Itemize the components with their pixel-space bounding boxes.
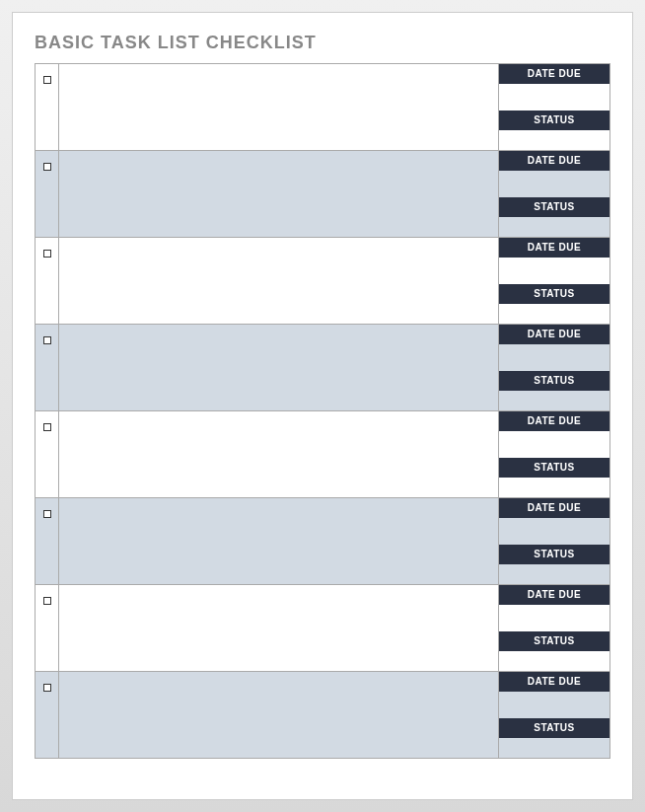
status-value[interactable] (499, 564, 609, 584)
date-due-value[interactable] (499, 344, 609, 364)
task-row: DATE DUESTATUS (36, 672, 609, 759)
checkbox-cell (36, 585, 59, 671)
task-checkbox[interactable] (43, 423, 51, 431)
meta-spacer (499, 104, 609, 111)
status-label: STATUS (499, 284, 609, 304)
task-description-cell[interactable] (59, 411, 499, 497)
checkbox-cell (36, 64, 59, 150)
task-row: DATE DUESTATUS (36, 411, 609, 498)
task-checkbox[interactable] (43, 597, 51, 605)
date-due-label: DATE DUE (499, 151, 609, 171)
task-row: DATE DUESTATUS (36, 151, 609, 238)
status-value[interactable] (499, 217, 609, 237)
task-row: DATE DUESTATUS (36, 325, 609, 411)
task-checkbox[interactable] (43, 336, 51, 344)
task-description-cell[interactable] (59, 672, 499, 758)
page-title: BASIC TASK LIST CHECKLIST (35, 33, 610, 53)
checkbox-cell (36, 151, 59, 237)
date-due-value[interactable] (499, 431, 609, 451)
task-description-cell[interactable] (59, 64, 499, 150)
meta-cell: DATE DUESTATUS (499, 64, 609, 150)
meta-cell: DATE DUESTATUS (499, 238, 609, 324)
task-checkbox[interactable] (43, 510, 51, 518)
task-row: DATE DUESTATUS (36, 585, 609, 672)
meta-cell: DATE DUESTATUS (499, 672, 609, 758)
task-description-cell[interactable] (59, 151, 499, 237)
meta-spacer (499, 538, 609, 546)
status-label: STATUS (499, 631, 609, 651)
checkbox-cell (36, 672, 59, 758)
date-due-label: DATE DUE (499, 64, 609, 84)
meta-cell: DATE DUESTATUS (499, 151, 609, 237)
date-due-label: DATE DUE (499, 411, 609, 431)
meta-cell: DATE DUESTATUS (499, 411, 609, 497)
status-label: STATUS (499, 197, 609, 217)
meta-cell: DATE DUESTATUS (499, 325, 609, 410)
date-due-label: DATE DUE (499, 585, 609, 605)
meta-cell: DATE DUESTATUS (499, 585, 609, 671)
status-label: STATUS (499, 545, 609, 564)
status-label: STATUS (499, 111, 609, 130)
meta-spacer (499, 451, 609, 459)
meta-cell: DATE DUESTATUS (499, 498, 609, 584)
date-due-value[interactable] (499, 171, 609, 190)
date-due-label: DATE DUE (499, 238, 609, 258)
checkbox-cell (36, 325, 59, 410)
status-value[interactable] (499, 304, 609, 324)
date-due-label: DATE DUE (499, 498, 609, 518)
status-value[interactable] (499, 478, 609, 497)
checkbox-cell (36, 498, 59, 584)
document-page: BASIC TASK LIST CHECKLIST DATE DUESTATUS… (12, 12, 633, 800)
date-due-value[interactable] (499, 518, 609, 538)
status-label: STATUS (499, 458, 609, 478)
meta-spacer (499, 625, 609, 632)
checklist-table: DATE DUESTATUSDATE DUESTATUSDATE DUESTAT… (35, 63, 610, 759)
meta-spacer (499, 364, 609, 372)
meta-spacer (499, 277, 609, 285)
meta-spacer (499, 711, 609, 719)
task-checkbox[interactable] (43, 76, 51, 84)
task-row: DATE DUESTATUS (36, 238, 609, 325)
checkbox-cell (36, 411, 59, 497)
date-due-value[interactable] (499, 692, 609, 711)
date-due-label: DATE DUE (499, 325, 609, 344)
task-checkbox[interactable] (43, 684, 51, 692)
checkbox-cell (36, 238, 59, 324)
date-due-value[interactable] (499, 605, 609, 625)
meta-spacer (499, 190, 609, 198)
task-checkbox[interactable] (43, 250, 51, 258)
status-label: STATUS (499, 371, 609, 391)
status-label: STATUS (499, 718, 609, 738)
status-value[interactable] (499, 738, 609, 758)
date-due-value[interactable] (499, 84, 609, 104)
date-due-label: DATE DUE (499, 672, 609, 692)
task-description-cell[interactable] (59, 325, 499, 410)
date-due-value[interactable] (499, 258, 609, 277)
status-value[interactable] (499, 130, 609, 150)
status-value[interactable] (499, 391, 609, 410)
status-value[interactable] (499, 651, 609, 671)
task-description-cell[interactable] (59, 585, 499, 671)
task-description-cell[interactable] (59, 498, 499, 584)
task-row: DATE DUESTATUS (36, 64, 609, 151)
task-checkbox[interactable] (43, 163, 51, 171)
task-row: DATE DUESTATUS (36, 498, 609, 585)
task-description-cell[interactable] (59, 238, 499, 324)
